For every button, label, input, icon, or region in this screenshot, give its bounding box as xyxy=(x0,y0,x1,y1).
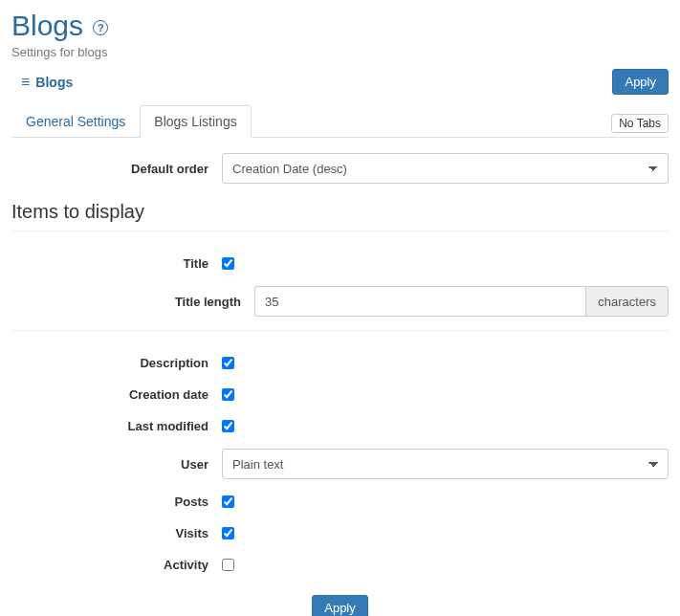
select-default-order[interactable]: Creation Date (desc) xyxy=(222,153,669,184)
label-posts: Posts xyxy=(11,495,222,509)
list-icon xyxy=(21,75,30,90)
checkbox-description[interactable] xyxy=(222,357,234,369)
label-user: User xyxy=(11,457,222,472)
help-icon[interactable]: ? xyxy=(93,20,108,35)
label-description: Description xyxy=(11,356,222,370)
row-user: User Plain text xyxy=(11,449,669,479)
input-group-title-length: characters xyxy=(254,286,669,317)
input-title-length[interactable] xyxy=(254,286,585,317)
breadcrumb-blogs[interactable]: Blogs xyxy=(21,75,73,90)
checkbox-activity[interactable] xyxy=(222,559,234,571)
apply-button-top[interactable]: Apply xyxy=(612,69,669,95)
row-default-order: Default order Creation Date (desc) xyxy=(11,153,669,184)
page-title: Blogs ? xyxy=(11,10,669,41)
breadcrumb-label: Blogs xyxy=(35,75,73,90)
label-default-order: Default order xyxy=(11,162,222,176)
page-subtitle: Settings for blogs xyxy=(11,45,669,59)
row-creation-date: Creation date xyxy=(11,385,669,404)
section-divider-2 xyxy=(11,330,669,331)
section-divider-1 xyxy=(11,231,669,231)
footer-actions: Apply xyxy=(11,595,669,616)
checkbox-creation-date[interactable] xyxy=(222,388,234,401)
checkbox-visits[interactable] xyxy=(222,527,234,539)
addon-characters: characters xyxy=(585,286,669,317)
title-text: Blogs xyxy=(11,10,83,41)
checkbox-title[interactable] xyxy=(222,257,234,270)
row-posts: Posts xyxy=(11,493,669,511)
row-visits: Visits xyxy=(11,524,669,542)
row-last-modified: Last modified xyxy=(11,417,669,435)
no-tabs-button[interactable]: No Tabs xyxy=(611,114,669,133)
tab-blogs-listings[interactable]: Blogs Listings xyxy=(140,105,251,138)
select-user[interactable]: Plain text xyxy=(222,449,669,479)
label-title-length: Title length xyxy=(44,295,254,309)
toolbar: Blogs Apply xyxy=(11,69,669,95)
tabs: General Settings Blogs Listings xyxy=(11,104,252,137)
label-activity: Activity xyxy=(11,558,222,572)
label-title: Title xyxy=(11,256,222,271)
row-title-length: Title length characters xyxy=(11,286,669,317)
checkbox-posts[interactable] xyxy=(222,495,234,508)
tab-general-settings[interactable]: General Settings xyxy=(11,105,140,138)
checkbox-last-modified[interactable] xyxy=(222,420,234,432)
row-title: Title xyxy=(11,254,669,273)
label-visits: Visits xyxy=(11,526,222,540)
label-creation-date: Creation date xyxy=(11,387,222,402)
row-description: Description xyxy=(11,354,669,372)
tab-bar: General Settings Blogs Listings No Tabs xyxy=(11,104,669,138)
label-last-modified: Last modified xyxy=(11,419,222,433)
row-activity: Activity xyxy=(11,556,669,574)
section-title-items: Items to display xyxy=(11,201,669,223)
apply-button-bottom[interactable]: Apply xyxy=(312,595,368,616)
